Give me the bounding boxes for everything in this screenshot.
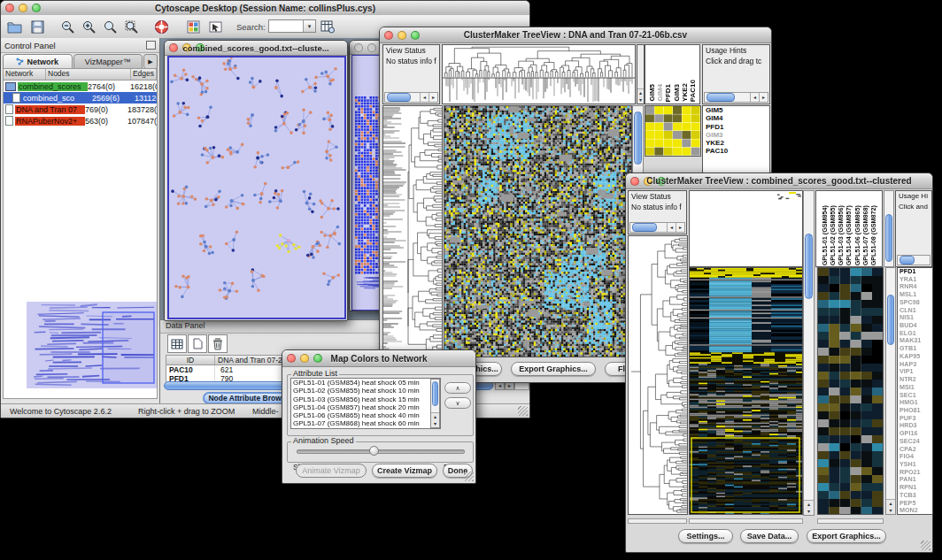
move-up-button[interactable]: ∧ <box>444 382 471 394</box>
scroll-left-icon[interactable]: ◂ <box>750 93 759 102</box>
column-dendrogram-overview[interactable] <box>689 190 803 267</box>
move-down-button[interactable]: ∨ <box>444 397 471 409</box>
network-list-column-header[interactable]: Edges <box>131 69 157 80</box>
network-window-1-titlebar[interactable]: combined_scores_good.txt--cluste... <box>165 41 347 56</box>
network-list-column-header[interactable]: Nodes <box>46 69 131 80</box>
float-panel-icon[interactable] <box>146 41 156 50</box>
scrollbar-thumb[interactable] <box>900 256 915 265</box>
column-label[interactable]: PFD1 <box>664 84 672 102</box>
zoomed-view-scrollbar[interactable]: ▴▾ <box>885 267 896 515</box>
scrollbar-thumb[interactable] <box>887 295 894 345</box>
attribute-item[interactable]: GPL51-06 (GSM865) heat shock 40 min <box>291 411 440 419</box>
network-overview-thumbnail[interactable] <box>27 302 158 388</box>
heatmap-vscrollbar[interactable]: ▴▾ <box>803 190 815 516</box>
annotation-icon[interactable] <box>206 18 226 35</box>
resize-grip[interactable] <box>464 472 474 481</box>
heatmap-hscrollbar[interactable] <box>689 518 803 524</box>
column-label[interactable]: GPL51-06 (GSM865) <box>853 205 861 265</box>
zoom-out-icon[interactable] <box>58 18 77 35</box>
save-icon[interactable] <box>27 18 47 35</box>
search-input[interactable]: ▾ <box>268 19 316 33</box>
attribute-item[interactable]: GPL51-04 (GSM857) heat shock 20 min <box>291 403 440 411</box>
settings-button[interactable]: Settings... <box>678 529 733 543</box>
heatmap-main-view[interactable] <box>444 105 632 357</box>
gene-label[interactable]: YKE2 <box>703 139 769 147</box>
scroll-arrows[interactable]: ▴▾ <box>637 88 644 104</box>
export-graphics-button[interactable]: Export Graphics... <box>511 362 596 376</box>
gene-label[interactable]: PFD1 <box>703 123 769 131</box>
search-dropdown-icon[interactable]: ▾ <box>303 20 315 32</box>
attribute-item[interactable]: GPL51-01 (GSM854) heat shock 05 min <box>291 379 440 387</box>
id-column-header[interactable]: ID <box>166 356 215 364</box>
resize-grip[interactable] <box>518 406 528 416</box>
main-titlebar[interactable]: Cytoscape Desktop (Session Name: collins… <box>1 1 529 16</box>
import-table-icon[interactable] <box>318 18 337 35</box>
dendrogram-hscrollbar[interactable] <box>628 518 687 524</box>
select-attributes-icon[interactable] <box>167 334 187 353</box>
column-label[interactable]: GIM3 <box>673 84 681 102</box>
help-icon[interactable] <box>151 18 171 35</box>
attribute-item[interactable]: GPL51-07 (GSM868) heat shock 60 min <box>291 419 440 427</box>
scroll-left-icon[interactable]: ◂ <box>667 223 676 232</box>
attribute-list-scrollbar[interactable]: ▴▾ <box>430 379 440 428</box>
delete-attribute-trash-icon[interactable] <box>208 334 228 353</box>
scrollbar-thumb[interactable] <box>885 214 892 262</box>
attribute-item[interactable]: GPL51-02 (GSM855) heat shock 10 min <box>291 387 440 395</box>
column-label[interactable]: GPL51-04 (GSM857) <box>845 205 853 265</box>
slider-thumb[interactable] <box>369 446 379 456</box>
usage-hints-hscrollbar[interactable] <box>897 255 930 265</box>
column-overview-scrollbar[interactable]: ▴▾ <box>637 44 645 104</box>
network-list-row[interactable]: combined_sco 2569(6) 13112(15) <box>4 92 157 104</box>
vizmapper-icon[interactable] <box>183 18 203 35</box>
column-label[interactable]: GIM5 <box>648 84 656 102</box>
zoom-in-icon[interactable] <box>79 18 98 35</box>
animation-speed-slider[interactable] <box>297 449 465 454</box>
animate-vizmap-button[interactable]: Animate Vizmap <box>296 464 367 478</box>
scroll-arrows[interactable]: ▴▾ <box>431 412 439 427</box>
zoom-selected-icon[interactable] <box>121 18 141 35</box>
scrollbar-thumb[interactable] <box>632 223 657 232</box>
column-label[interactable]: GIM4 <box>656 84 664 102</box>
close-icon[interactable] <box>354 43 363 52</box>
column-label[interactable]: YKE2 <box>681 83 689 102</box>
node-attribute-browser-tab[interactable]: Node Attribute Brows <box>203 392 291 404</box>
scrollbar-thumb[interactable] <box>706 93 735 102</box>
export-graphics-button[interactable]: Export Graphics... <box>807 529 886 543</box>
scrollbar-thumb[interactable] <box>432 381 438 406</box>
network-list-row[interactable]: DNA and Tran 07 769(0) 183728(0) <box>4 104 157 115</box>
control-panel-tab[interactable]: Network <box>3 54 73 69</box>
column-labels-scrollbar[interactable] <box>884 190 894 267</box>
column-label[interactable]: GPL51-07 (GSM868) <box>861 205 869 265</box>
heatmap-main-view[interactable] <box>689 267 803 515</box>
gene-label[interactable]: MON2 <box>898 507 932 515</box>
scroll-right-icon[interactable]: ▸ <box>676 223 684 232</box>
create-vizmap-button[interactable]: Create Vizmap <box>372 464 437 478</box>
column-label[interactable]: PAC10 <box>689 80 697 102</box>
column-label[interactable]: GPL51-08 (GSM872) <box>869 205 877 265</box>
column-dendrogram-overview[interactable] <box>442 44 636 104</box>
minimize-icon[interactable] <box>367 43 376 52</box>
scrollbar-thumb[interactable] <box>634 111 642 165</box>
save-data-button[interactable]: Save Data... <box>740 529 799 543</box>
scroll-left-icon[interactable]: ◂ <box>420 93 429 102</box>
gene-label[interactable]: PAC10 <box>703 147 769 155</box>
gene-label[interactable]: GIM5 <box>703 106 769 114</box>
new-attribute-icon[interactable] <box>188 334 207 353</box>
zoom-fit-icon[interactable] <box>100 18 120 35</box>
column-label[interactable]: GPL51-02 (GSM855) <box>829 205 837 265</box>
more-tabs-button[interactable]: ▶ <box>143 54 158 69</box>
resize-grip[interactable] <box>921 541 930 550</box>
scrollbar-thumb[interactable] <box>387 93 411 102</box>
gene-label[interactable]: GIM4 <box>703 114 769 122</box>
treeview-1-titlebar[interactable]: ClusterMaker TreeView : DNA and Tran 07-… <box>380 27 771 43</box>
open-file-icon[interactable] <box>4 18 24 35</box>
gene-label[interactable]: GIM3 <box>703 131 769 139</box>
scroll-right-icon[interactable]: ▸ <box>759 93 768 102</box>
zoomed-view-hscrollbar[interactable] <box>817 518 884 524</box>
column-label[interactable]: GPL51-03 (GSM856) <box>837 205 845 265</box>
network-list-column-header[interactable]: Network <box>4 69 46 80</box>
view-status-hscrollbar[interactable]: ◂▸ <box>384 92 438 103</box>
network-list-row[interactable]: RNAPuberNov2+ 563(0) 107847(0) <box>4 115 157 127</box>
scroll-arrows[interactable]: ▴▾ <box>886 499 895 514</box>
scrollbar-thumb[interactable] <box>805 234 813 299</box>
